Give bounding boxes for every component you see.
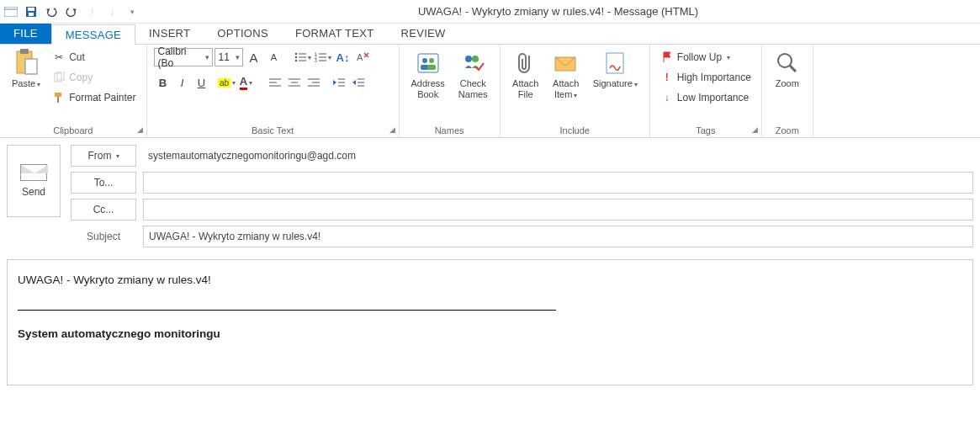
low-importance-label: Low Importance bbox=[677, 92, 749, 104]
window-title: UWAGA! - Wykryto zmiany w rules.v4! - Me… bbox=[140, 5, 977, 18]
align-left-button[interactable] bbox=[266, 73, 284, 92]
next-item-icon: ↓ bbox=[104, 4, 119, 19]
format-painter-button[interactable]: Format Painter bbox=[49, 88, 139, 107]
undo-icon[interactable] bbox=[44, 4, 59, 19]
zoom-button[interactable]: Zoom bbox=[769, 48, 806, 91]
chevron-down-icon: ▾ bbox=[116, 152, 119, 160]
tab-options[interactable]: OPTIONS bbox=[204, 24, 282, 44]
address-book-button[interactable]: Address Book bbox=[406, 48, 450, 102]
font-color-button[interactable]: A▾ bbox=[237, 73, 256, 92]
group-zoom: Zoom Zoom bbox=[762, 45, 813, 137]
align-center-button[interactable] bbox=[285, 73, 304, 92]
address-book-label: Address Book bbox=[411, 78, 445, 100]
svg-point-43 bbox=[429, 58, 434, 63]
bullets-button[interactable]: ▾ bbox=[294, 48, 312, 66]
paperclip-icon bbox=[512, 50, 539, 77]
svg-point-47 bbox=[472, 56, 479, 62]
quick-access-toolbar: ↑ ↓ ▾ bbox=[3, 4, 140, 19]
font-size-select[interactable]: 11 bbox=[215, 48, 243, 66]
dialog-launcher-icon[interactable]: ◢ bbox=[389, 125, 395, 134]
numbering-button[interactable]: 123▾ bbox=[314, 48, 332, 66]
paste-label: Paste bbox=[12, 78, 35, 88]
from-button[interactable]: From▾ bbox=[71, 145, 136, 167]
bold-button[interactable]: B bbox=[154, 73, 172, 92]
message-body[interactable]: UWAGA! - Wykryto zmiany w rules.v4! Syst… bbox=[7, 259, 973, 385]
group-tags: Follow Up▾ ! High Importance ↓ Low Impor… bbox=[650, 45, 762, 137]
qat-customize-icon[interactable]: ▾ bbox=[124, 4, 140, 19]
subject-label: Subject bbox=[71, 231, 136, 242]
tab-message[interactable]: MESSAGE bbox=[51, 24, 135, 45]
increase-indent-button[interactable] bbox=[349, 73, 368, 92]
cc-button[interactable]: Cc... bbox=[71, 199, 136, 220]
check-names-icon bbox=[459, 50, 486, 77]
dialog-launcher-icon[interactable]: ◢ bbox=[752, 125, 758, 134]
attach-file-button[interactable]: Attach File bbox=[507, 48, 544, 102]
chevron-down-icon: ▾ bbox=[634, 81, 638, 88]
chevron-down-icon: ▾ bbox=[727, 54, 730, 61]
svg-rect-6 bbox=[20, 49, 29, 54]
sort-button[interactable]: A↕ bbox=[334, 48, 352, 66]
low-importance-button[interactable]: ↓ Low Importance bbox=[657, 88, 755, 107]
chevron-down-icon: ▾ bbox=[574, 92, 577, 99]
group-names-label: Names bbox=[406, 124, 493, 135]
signature-label: Signature bbox=[593, 78, 633, 88]
to-field[interactable] bbox=[143, 172, 973, 194]
paste-icon bbox=[13, 50, 40, 77]
group-include-label: Include bbox=[507, 124, 643, 135]
high-importance-button[interactable]: ! High Importance bbox=[657, 68, 755, 87]
send-button[interactable]: Send bbox=[7, 145, 61, 217]
svg-text:3: 3 bbox=[315, 58, 317, 62]
magnifier-icon bbox=[774, 50, 801, 77]
attach-file-label: Attach File bbox=[512, 78, 538, 100]
svg-rect-45 bbox=[427, 65, 436, 70]
subject-field[interactable] bbox=[143, 226, 973, 247]
paste-button[interactable]: Paste▾ bbox=[7, 48, 45, 92]
tab-insert[interactable]: INSERT bbox=[135, 24, 204, 44]
send-label: Send bbox=[22, 186, 45, 198]
tab-format-text[interactable]: FORMAT TEXT bbox=[282, 24, 388, 44]
tab-file[interactable]: FILE bbox=[0, 24, 51, 44]
follow-up-button[interactable]: Follow Up▾ bbox=[657, 48, 755, 66]
font-family-select[interactable]: Calibri (Bo bbox=[154, 48, 213, 66]
svg-point-13 bbox=[294, 53, 296, 55]
grow-font-button[interactable]: A bbox=[245, 48, 263, 66]
signature-button[interactable]: Signature▾ bbox=[588, 48, 643, 92]
align-right-button[interactable] bbox=[305, 73, 323, 92]
zoom-label: Zoom bbox=[776, 78, 799, 89]
title-bar: ↑ ↓ ▾ UWAGA! - Wykryto zmiany w rules.v4… bbox=[0, 0, 980, 24]
from-field[interactable] bbox=[143, 145, 973, 167]
shrink-font-button[interactable]: A bbox=[265, 48, 283, 66]
high-importance-label: High Importance bbox=[677, 72, 751, 83]
underline-button[interactable]: U bbox=[193, 73, 211, 92]
group-tags-label: Tags bbox=[696, 125, 715, 135]
flag-icon bbox=[660, 50, 674, 64]
scissors-icon: ✂ bbox=[52, 50, 66, 64]
group-clipboard: Paste▾ ✂ Cut Copy Format Painte bbox=[0, 45, 147, 137]
check-names-button[interactable]: Check Names bbox=[453, 48, 493, 102]
cut-label: Cut bbox=[69, 51, 85, 63]
tab-review[interactable]: REVIEW bbox=[388, 24, 459, 44]
check-names-label: Check Names bbox=[458, 78, 488, 100]
svg-point-17 bbox=[294, 60, 296, 61]
decrease-indent-button[interactable] bbox=[330, 73, 348, 92]
svg-rect-0 bbox=[4, 7, 18, 17]
svg-rect-11 bbox=[55, 93, 61, 97]
attach-item-button[interactable]: Attach Item▾ bbox=[548, 48, 585, 103]
redo-icon[interactable] bbox=[64, 4, 79, 19]
body-line-1: UWAGA! - Wykryto zmiany w rules.v4! bbox=[18, 274, 962, 286]
cut-button[interactable]: ✂ Cut bbox=[49, 48, 139, 66]
italic-button[interactable]: I bbox=[173, 73, 192, 92]
cc-field[interactable] bbox=[143, 199, 973, 220]
copy-button: Copy bbox=[49, 68, 139, 87]
clear-formatting-button[interactable]: A bbox=[354, 48, 373, 66]
window-icon bbox=[3, 4, 19, 19]
save-icon[interactable] bbox=[24, 4, 39, 19]
group-names: Address Book Check Names Names bbox=[400, 45, 501, 137]
paintbrush-icon bbox=[52, 91, 66, 104]
dialog-launcher-icon[interactable]: ◢ bbox=[137, 125, 143, 134]
svg-rect-4 bbox=[29, 13, 34, 16]
group-basic-text: Calibri (Bo 11 A A ▾ 123▾ A↕ A B I U ab▾… bbox=[147, 45, 400, 137]
highlight-button[interactable]: ab▾ bbox=[218, 73, 236, 92]
group-include: Attach File Attach Item▾ Signature▾ Incl… bbox=[501, 45, 650, 137]
to-button[interactable]: To... bbox=[71, 172, 136, 194]
